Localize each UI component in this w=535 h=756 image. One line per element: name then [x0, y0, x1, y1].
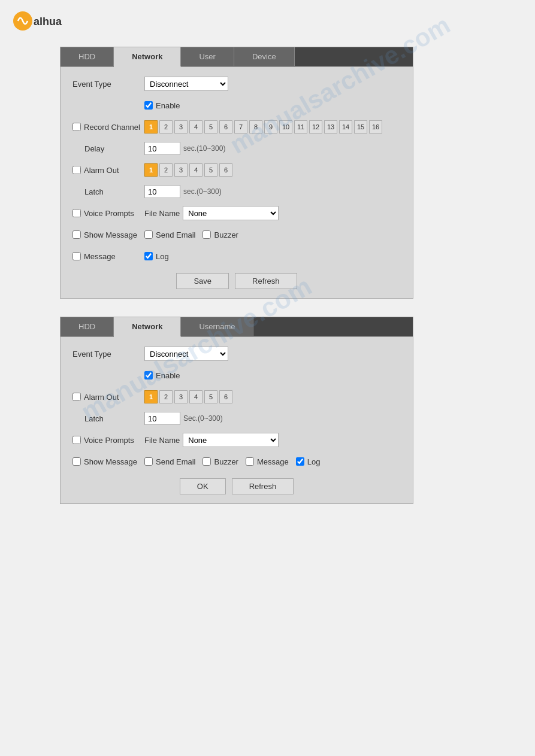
- refresh-button2[interactable]: Refresh: [232, 478, 294, 494]
- show-message-checkbox-label[interactable]: Show Message: [72, 230, 144, 239]
- ok-button[interactable]: OK: [180, 478, 226, 494]
- alarm-chan-btn-6[interactable]: 6: [219, 163, 232, 177]
- p2-alarm-chan-btn-4[interactable]: 4: [189, 390, 202, 403]
- alarm-chan-btn-4[interactable]: 4: [189, 163, 202, 177]
- chan-btn-7[interactable]: 7: [234, 120, 247, 133]
- p2-alarm-chan-btn-5[interactable]: 5: [204, 390, 217, 403]
- record-channel-row: Record Channel 1 2 3 4 5 6 7 8 9 10 11 1…: [72, 119, 401, 135]
- tab2-hdd[interactable]: HDD: [61, 317, 114, 336]
- p2-event-type-label: Event Type: [72, 350, 144, 359]
- p2-message-text: Message: [257, 457, 289, 466]
- file-name-select[interactable]: None: [183, 206, 279, 220]
- alarm-chan-btn-2[interactable]: 2: [159, 163, 173, 177]
- p2-log-checkbox[interactable]: [296, 457, 304, 466]
- p2-alarm-chan-btn-6[interactable]: 6: [219, 390, 232, 403]
- refresh-button1[interactable]: Refresh: [235, 273, 297, 289]
- chan-btn-12[interactable]: 12: [309, 120, 322, 133]
- delay-input[interactable]: [144, 142, 180, 155]
- chan-btn-15[interactable]: 15: [354, 120, 367, 133]
- tab1-spacer: [295, 47, 413, 66]
- buzzer-checkbox[interactable]: [202, 230, 211, 239]
- tab2-username[interactable]: Username: [181, 317, 253, 336]
- event-type-row: Event Type Disconnect IP Conflict: [72, 76, 401, 92]
- p2-send-email-text: Send Email: [156, 457, 195, 466]
- chan-btn-1[interactable]: 1: [144, 120, 158, 133]
- enable-checkbox-label[interactable]: Enable: [144, 101, 180, 110]
- p2-message-checkbox[interactable]: [246, 457, 254, 466]
- log-text: Log: [156, 252, 169, 261]
- chan-btn-4[interactable]: 4: [189, 120, 202, 133]
- chan-btn-3[interactable]: 3: [174, 120, 188, 133]
- p2-show-message-checkbox[interactable]: [72, 457, 81, 466]
- inline-checks1: Send Email Buzzer: [144, 230, 238, 239]
- message-checkbox-label[interactable]: Message: [72, 252, 144, 261]
- panel2-tab-bar: HDD Network Username: [61, 317, 413, 337]
- event-type-select[interactable]: Disconnect IP Conflict: [144, 77, 228, 91]
- alarm-out-checkbox-label[interactable]: Alarm Out: [72, 166, 144, 175]
- p2-show-message-checkbox-label[interactable]: Show Message: [72, 457, 144, 466]
- chan-btn-14[interactable]: 14: [339, 120, 352, 133]
- chan-btn-13[interactable]: 13: [324, 120, 337, 133]
- p2-latch-input[interactable]: [144, 412, 180, 425]
- p2-log-checkbox-label[interactable]: Log: [296, 457, 321, 466]
- latch-label: Latch: [72, 187, 144, 196]
- p2-voice-prompts-checkbox[interactable]: [72, 436, 81, 444]
- message-row: Message Log: [72, 248, 401, 264]
- tab1-user[interactable]: User: [181, 47, 234, 66]
- chan-btn-6[interactable]: 6: [219, 120, 232, 133]
- p2-alarm-chan-btn-2[interactable]: 2: [159, 390, 173, 403]
- p2-file-name-select[interactable]: None: [183, 433, 279, 447]
- buzzer-checkbox-label[interactable]: Buzzer: [202, 230, 238, 239]
- send-email-checkbox-label[interactable]: Send Email: [144, 230, 195, 239]
- alarm-channel-buttons: 1 2 3 4 5 6: [144, 163, 232, 177]
- alarm-chan-btn-5[interactable]: 5: [204, 163, 217, 177]
- alarm-chan-btn-3[interactable]: 3: [174, 163, 188, 177]
- chan-btn-10[interactable]: 10: [279, 120, 292, 133]
- p2-inline-checks: Send Email Buzzer Message Log: [144, 457, 320, 466]
- p2-send-email-checkbox-label[interactable]: Send Email: [144, 457, 195, 466]
- p2-buzzer-checkbox[interactable]: [202, 457, 211, 466]
- p2-alarm-out-text: Alarm Out: [84, 393, 119, 402]
- log-checkbox[interactable]: [144, 252, 153, 260]
- chan-btn-9[interactable]: 9: [264, 120, 277, 133]
- chan-btn-11[interactable]: 11: [294, 120, 307, 133]
- record-channel-checkbox-label[interactable]: Record Channel: [72, 123, 144, 132]
- latch-input[interactable]: [144, 185, 180, 198]
- p2-send-email-checkbox[interactable]: [144, 457, 153, 466]
- voice-prompts-checkbox[interactable]: [72, 209, 81, 217]
- panel1-button-row: Save Refresh: [72, 273, 401, 289]
- tab2-network[interactable]: Network: [114, 317, 181, 337]
- chan-btn-8[interactable]: 8: [249, 120, 262, 133]
- log-checkbox-label[interactable]: Log: [144, 252, 169, 261]
- record-channel-checkbox[interactable]: [72, 123, 81, 131]
- p2-alarm-chan-btn-1[interactable]: 1: [144, 390, 158, 403]
- message-checkbox[interactable]: [72, 252, 81, 260]
- p2-enable-checkbox[interactable]: [144, 371, 153, 379]
- alarm-out-checkbox[interactable]: [72, 166, 81, 174]
- p2-alarm-chan-btn-3[interactable]: 3: [174, 390, 188, 403]
- p2-message-checkbox-label[interactable]: Message: [246, 457, 289, 466]
- voice-prompts-checkbox-label[interactable]: Voice Prompts: [72, 209, 144, 218]
- alarm-chan-btn-1[interactable]: 1: [144, 163, 158, 177]
- chan-btn-16[interactable]: 16: [369, 120, 382, 133]
- p2-event-type-select[interactable]: Disconnect IP Conflict: [144, 347, 228, 361]
- p2-voice-prompts-checkbox-label[interactable]: Voice Prompts: [72, 436, 144, 445]
- chan-btn-5[interactable]: 5: [204, 120, 217, 133]
- tab1-network[interactable]: Network: [114, 47, 181, 67]
- p2-show-message-text: Show Message: [84, 457, 137, 466]
- panel2-body: Event Type Disconnect IP Conflict Enable: [61, 337, 413, 503]
- save-button[interactable]: Save: [176, 273, 229, 289]
- p2-enable-checkbox-label[interactable]: Enable: [144, 371, 180, 380]
- chan-btn-2[interactable]: 2: [159, 120, 173, 133]
- tab1-hdd[interactable]: HDD: [61, 47, 114, 66]
- p2-alarm-out-checkbox[interactable]: [72, 393, 81, 401]
- tab1-device[interactable]: Device: [234, 47, 295, 66]
- p2-log-text: Log: [307, 457, 321, 466]
- p2-alarm-out-checkbox-label[interactable]: Alarm Out: [72, 393, 144, 402]
- show-message-checkbox[interactable]: [72, 230, 81, 239]
- p2-buzzer-checkbox-label[interactable]: Buzzer: [202, 457, 238, 466]
- send-email-checkbox[interactable]: [144, 230, 153, 239]
- enable-checkbox[interactable]: [144, 101, 153, 110]
- show-message-row: Show Message Send Email Buzzer: [72, 227, 401, 242]
- voice-prompts-row: Voice Prompts File Name None: [72, 205, 401, 221]
